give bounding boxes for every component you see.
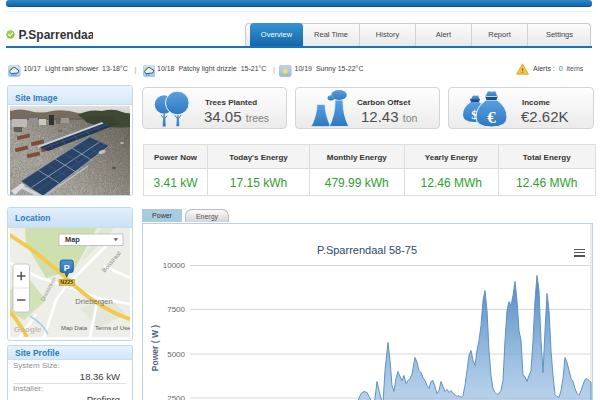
svg-text:Google: Google <box>14 325 42 334</box>
svg-text:P: P <box>64 263 70 273</box>
svg-text:€: € <box>487 108 496 127</box>
svg-text:Terms of Use: Terms of Use <box>95 325 130 331</box>
svg-text:Map: Map <box>65 236 80 245</box>
svg-text:N225: N225 <box>60 280 73 286</box>
svg-text:Driebergen: Driebergen <box>75 297 113 306</box>
svg-text:!: ! <box>521 65 524 74</box>
svg-text:Map Data: Map Data <box>61 325 88 331</box>
